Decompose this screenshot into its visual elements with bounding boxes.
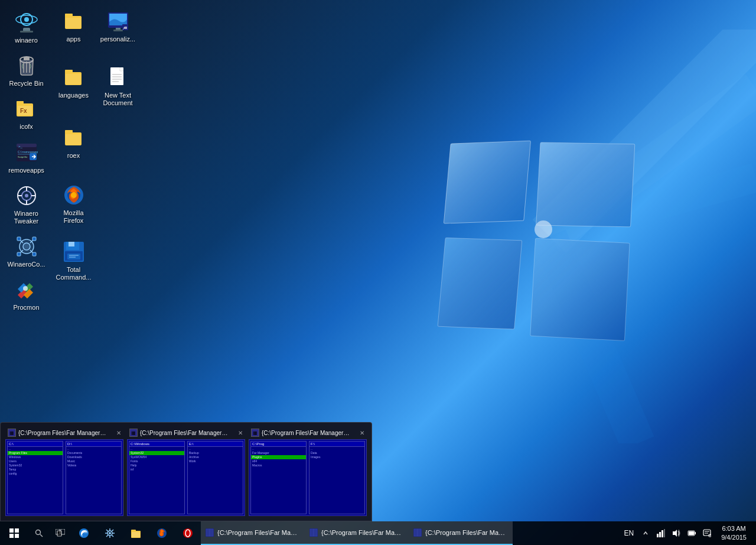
settings-icon (105, 528, 115, 538)
desktop-icon-languages[interactable]: languages (51, 62, 96, 103)
action-center-button[interactable] (700, 526, 714, 540)
icofx-icon: Fx (15, 97, 38, 121)
thumbnail-preview-3: C:\Prog .. Far Manager Plugins x64 Macro… (249, 439, 367, 516)
recycle-bin-label: Recycle Bin (9, 80, 43, 87)
start-button[interactable] (0, 521, 28, 545)
thumbnail-item-1[interactable]: ▦ {C:\Program Files\Far Manager}... ✕ C:… (5, 427, 123, 516)
thumbnail-close-2[interactable]: ✕ (238, 430, 243, 436)
far-manager-taskbar-icon-2 (309, 528, 318, 537)
battery-icon-button[interactable] (685, 526, 699, 540)
desktop-icon-icofx[interactable]: Fx icofx (4, 93, 48, 134)
taskbar-app-far3[interactable]: {C:\Program Files\Far Manager}... (409, 521, 513, 545)
svg-rect-73 (65, 130, 73, 134)
far-manager-taskbar-icon-1 (206, 528, 214, 537)
desktop-icon-total-commander[interactable]: Total Command... (51, 236, 96, 285)
desktop-icon-procmon[interactable]: Procmon (4, 274, 48, 315)
far-row3-3: Plugins (251, 455, 306, 459)
desktop-icon-removeapps[interactable]: >_ C:\>removeapps Script file removeapps (4, 137, 48, 178)
volume-icon-button[interactable] (669, 526, 683, 540)
desktop-icon-mozilla-firefox[interactable]: Mozilla Firefox (51, 180, 96, 228)
far-row2-2: System32 (129, 451, 184, 455)
far-panel-header-1: C:\ (8, 442, 63, 447)
svg-rect-121 (659, 532, 661, 537)
far-manager-taskbar-icon-3 (413, 528, 422, 537)
taskbar-app-far2[interactable]: {C:\Program Files\Far Manager}... (305, 521, 409, 545)
far-app-label-1: {C:\Program Files\Far Manager}... (217, 529, 300, 536)
svg-rect-4 (444, 141, 530, 223)
svg-point-96 (109, 532, 111, 534)
svg-rect-65 (65, 70, 73, 73)
svg-rect-50 (32, 252, 36, 256)
far-row3-r3: Images (309, 455, 364, 459)
removeapps-icon: >_ C:\>removeapps Script file (15, 141, 38, 164)
desktop-icon-recycle-bin[interactable]: Recycle Bin (4, 50, 48, 91)
new-text-doc-icon (106, 66, 130, 89)
thumbnail-icon-3: ▦ (251, 429, 259, 437)
far-row-r5: Videos (66, 463, 121, 468)
desktop-icon-apps[interactable]: apps (51, 6, 96, 47)
procmon-icon (15, 278, 38, 301)
tray-icons (638, 526, 714, 540)
thumbnail-item-2[interactable]: ▦ {C:\Program Files\Far Manager}... ✕ C:… (127, 427, 245, 516)
language-indicator[interactable]: EN (622, 529, 637, 537)
thumbnail-header-2: ▦ {C:\Program Files\Far Manager}... ✕ (127, 427, 245, 439)
taskbar-opera-button[interactable] (175, 521, 201, 545)
desktop-icon-winaero[interactable]: winaero (4, 7, 48, 48)
svg-rect-115 (310, 529, 314, 536)
desktop-icon-winaeroco[interactable]: WinaeroCo... (4, 231, 48, 272)
svg-line-103 (112, 530, 113, 531)
desktop-icon-winaero-tweaker[interactable]: Winaero Tweaker (4, 180, 48, 229)
far-row2-r2: Backup (188, 451, 243, 455)
clock[interactable]: 6:03 AM 9/4/2015 (716, 521, 751, 545)
total-commander-label: Total Command... (54, 266, 93, 281)
svg-point-89 (36, 530, 41, 535)
svg-rect-93 (57, 531, 61, 536)
far-row2-6: inf (129, 468, 184, 472)
svg-rect-66 (66, 74, 81, 85)
svg-rect-47 (17, 237, 21, 241)
far-preview-1: C:\ .. Program Files Windows Users Syste… (6, 440, 123, 515)
taskbar-firefox-button[interactable] (149, 521, 175, 545)
thumbnail-icon-1: ▦ (8, 429, 16, 437)
opera-icon (183, 528, 193, 538)
taskbar-app-far1[interactable]: {C:\Program Files\Far Manager}... (201, 521, 305, 545)
recycle-bin-icon (15, 54, 38, 77)
roex-label: roex (67, 152, 80, 160)
far-row-3: Windows (8, 455, 63, 459)
svg-rect-82 (67, 254, 80, 259)
firefox-label: Mozilla Firefox (54, 209, 93, 225)
desktop-icon-personaliz[interactable]: personaliz... (96, 6, 140, 47)
desktop-icon-new-text-doc[interactable]: New Text Document (96, 62, 140, 111)
svg-rect-57 (65, 14, 73, 17)
thumbnail-icon-2: ▦ (129, 429, 138, 437)
network-icon-button[interactable] (654, 526, 668, 540)
thumbnail-popup: ▦ {C:\Program Files\Far Manager}... ✕ C:… (0, 422, 372, 521)
tray-chevron-button[interactable] (638, 526, 653, 540)
far-panel-right-1: D:\ .. Documents Downloads Music Videos (66, 441, 122, 514)
battery-icon (687, 529, 696, 537)
far-panel-header-right-2: E:\ (188, 442, 243, 447)
thumbnail-item-3[interactable]: ▦ {C:\Program Files\Far Manager}... ✕ C:… (249, 427, 367, 516)
taskbar-explorer-button[interactable] (123, 521, 149, 545)
svg-rect-106 (131, 530, 136, 532)
thumbnail-close-3[interactable]: ✕ (360, 430, 364, 436)
taskbar-settings-button[interactable] (97, 521, 123, 545)
far-panel-header-3: C:\Prog (251, 442, 306, 447)
thumbnail-header-1: ▦ {C:\Program Files\Far Manager}... ✕ (5, 427, 123, 439)
action-center-icon (703, 529, 711, 537)
search-button[interactable] (28, 524, 50, 542)
apps-label: apps (67, 35, 81, 43)
desktop-icon-roex[interactable]: roex (51, 122, 96, 163)
far-row3-5: Macros (251, 463, 306, 468)
far-row-4: Users (8, 459, 63, 463)
taskbar-edge-button[interactable] (71, 521, 97, 545)
svg-rect-112 (206, 529, 210, 536)
explorer-icon (131, 528, 141, 538)
svg-rect-127 (689, 531, 694, 535)
far-row2-r1: .. (188, 447, 243, 451)
svg-rect-24 (17, 101, 24, 105)
thumbnail-close-1[interactable]: ✕ (116, 430, 121, 436)
task-view-button[interactable] (50, 523, 71, 544)
volume-icon (672, 529, 680, 537)
clock-date: 9/4/2015 (721, 533, 747, 542)
